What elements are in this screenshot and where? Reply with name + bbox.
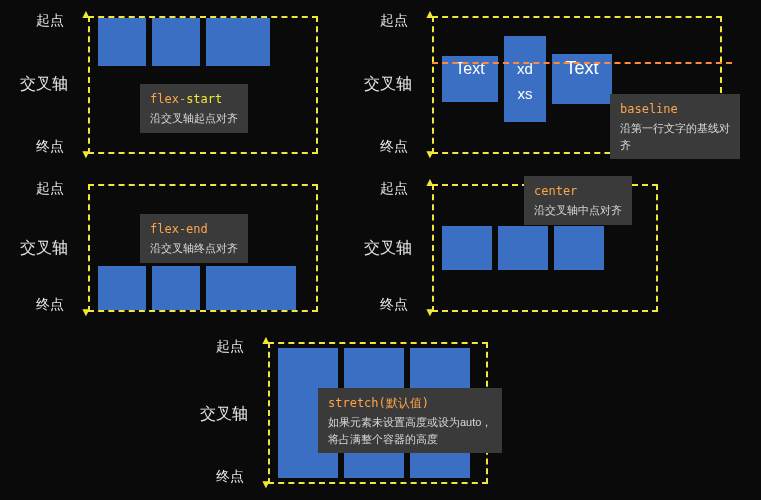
label-start: 起点 bbox=[36, 180, 64, 198]
tooltip-title: center bbox=[534, 182, 622, 200]
flex-item bbox=[98, 266, 146, 310]
tooltip-desc-1: 如果元素未设置高度或设为auto， bbox=[328, 414, 492, 431]
label-cross-axis: 交叉轴 bbox=[364, 74, 412, 95]
label-end: 终点 bbox=[36, 138, 64, 156]
tooltip-title: flex-start bbox=[150, 90, 238, 108]
panel-baseline: 起点 交叉轴 终点 ▲ ▼ Text xd xs Text baseline 沿… bbox=[380, 6, 740, 166]
label-start: 起点 bbox=[216, 338, 244, 356]
label-end: 终点 bbox=[216, 468, 244, 486]
flex-item: xd xs bbox=[504, 36, 546, 122]
flex-item bbox=[206, 266, 296, 310]
flex-item bbox=[554, 226, 604, 270]
label-end: 终点 bbox=[380, 296, 408, 314]
panel-flex-end: 起点 交叉轴 终点 ▼ flex-end 沿交叉轴终点对齐 bbox=[20, 178, 330, 318]
tooltip-flex-end: flex-end 沿交叉轴终点对齐 bbox=[140, 214, 248, 263]
tooltip-desc: 沿交叉轴终点对齐 bbox=[150, 240, 238, 257]
label-end: 终点 bbox=[380, 138, 408, 156]
tooltip-title: stretch(默认值) bbox=[328, 394, 492, 412]
baseline-indicator bbox=[432, 62, 732, 64]
flex-item bbox=[206, 18, 270, 66]
tooltip-desc: 沿交叉轴中点对齐 bbox=[534, 202, 622, 219]
flex-item bbox=[98, 18, 146, 66]
label-start: 起点 bbox=[380, 12, 408, 30]
flex-item bbox=[152, 266, 200, 310]
panel-stretch: 起点 交叉轴 终点 ▲ ▼ stretch(默认值) 如果元素未设置高度或设为a… bbox=[200, 336, 620, 496]
tooltip-baseline: baseline 沿第一行文字的基线对齐 bbox=[610, 94, 740, 159]
panel-flex-start: 起点 交叉轴 终点 ▲ ▼ flex-start 沿交叉轴起点对齐 bbox=[20, 6, 330, 166]
label-cross-axis: 交叉轴 bbox=[20, 238, 68, 259]
tooltip-center: center 沿交叉轴中点对齐 bbox=[524, 176, 632, 225]
tooltip-stretch: stretch(默认值) 如果元素未设置高度或设为auto， 将占满整个容器的高… bbox=[318, 388, 502, 453]
panel-center: 起点 交叉轴 终点 ▲ ▼ center 沿交叉轴中点对齐 bbox=[380, 178, 740, 318]
tooltip-desc: 沿第一行文字的基线对齐 bbox=[620, 120, 730, 153]
label-start: 起点 bbox=[36, 12, 64, 30]
label-end: 终点 bbox=[36, 296, 64, 314]
flex-item bbox=[442, 226, 492, 270]
tooltip-desc: 沿交叉轴起点对齐 bbox=[150, 110, 238, 127]
tooltip-title: flex-end bbox=[150, 220, 238, 238]
tooltip-flex-start: flex-start 沿交叉轴起点对齐 bbox=[140, 84, 248, 133]
label-cross-axis: 交叉轴 bbox=[20, 74, 68, 95]
tooltip-title: baseline bbox=[620, 100, 730, 118]
label-cross-axis: 交叉轴 bbox=[200, 404, 248, 425]
tooltip-desc-2: 将占满整个容器的高度 bbox=[328, 431, 492, 448]
flex-item bbox=[498, 226, 548, 270]
label-start: 起点 bbox=[380, 180, 408, 198]
flex-item bbox=[152, 18, 200, 66]
label-cross-axis: 交叉轴 bbox=[364, 238, 412, 259]
